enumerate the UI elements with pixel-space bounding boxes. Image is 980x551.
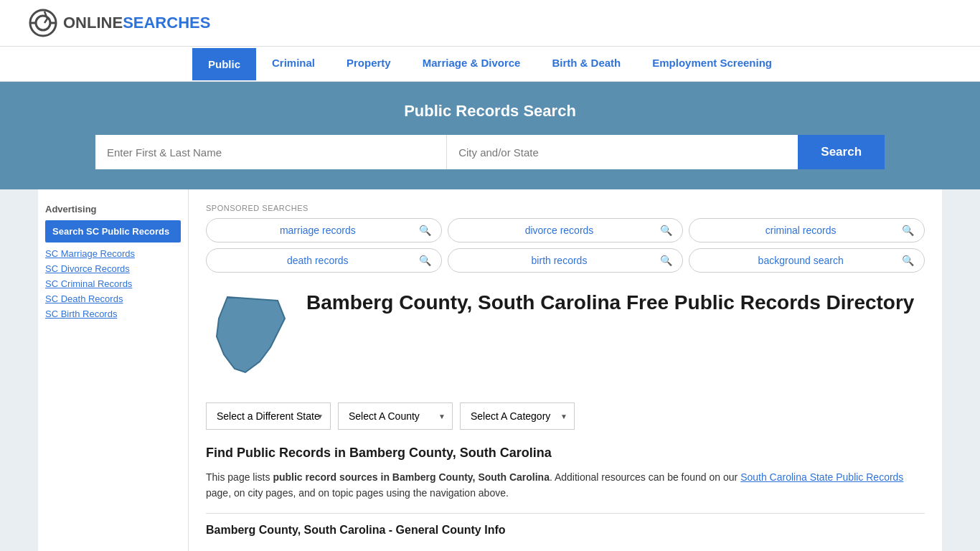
state-dropdown[interactable]: Select a Different State [206,402,331,430]
sidebar-link-marriage[interactable]: SC Marriage Records [45,248,181,259]
sponsored-searches: marriage records 🔍 divorce records 🔍 cri… [206,218,925,273]
search-banner: Public Records Search Search [0,82,980,189]
sponsored-label: SPONSORED SEARCHES [206,204,925,212]
county-dropdown-wrapper: Select A County [338,402,453,430]
site-header: ONLINE SEARCHES [0,0,980,47]
main-wrapper: Advertising Search SC Public Records SC … [38,189,942,551]
search-icon-0: 🔍 [419,225,431,236]
search-banner-title: Public Records Search [29,102,951,121]
nav-birth-death[interactable]: Birth & Death [536,47,636,81]
search-form: Search [95,135,885,169]
search-icon-5: 🔍 [902,255,914,266]
sidebar-ad-banner[interactable]: Search SC Public Records [45,220,181,242]
sidebar-link-death[interactable]: SC Death Records [45,293,181,304]
logo-icon [29,9,57,37]
nav-criminal[interactable]: Criminal [256,47,331,81]
general-info-title: Bamberg County, South Carolina - General… [206,524,925,537]
find-records-description: This page lists public record sources in… [206,469,925,501]
find-desc-link[interactable]: South Carolina State Public Records [740,471,903,483]
category-dropdown-wrapper: Select A Category [460,402,575,430]
find-desc-mid: . Additional resources can be found on o… [550,471,740,483]
category-dropdown[interactable]: Select A Category [460,402,575,430]
sponsored-birth[interactable]: birth records 🔍 [448,248,684,273]
nav-property[interactable]: Property [331,47,407,81]
location-input[interactable] [447,135,798,169]
sidebar-link-criminal[interactable]: SC Criminal Records [45,278,181,289]
search-icon-2: 🔍 [902,225,914,236]
logo-text: ONLINE SEARCHES [63,14,210,32]
find-desc-end: page, on city pages, and on topic pages … [206,487,509,499]
sponsored-death[interactable]: death records 🔍 [206,248,442,273]
search-icon-4: 🔍 [660,255,672,266]
sidebar-ad-title: Advertising [45,204,181,215]
state-map-svg [206,290,292,385]
county-header: Bamberg County, South Carolina Free Publ… [206,290,925,385]
logo-link[interactable]: ONLINE SEARCHES [29,9,210,37]
sidebar: Advertising Search SC Public Records SC … [38,189,189,551]
find-desc-bold: public record sources in Bamberg County,… [273,471,550,483]
sponsored-marriage[interactable]: marriage records 🔍 [206,218,442,242]
main-content: SPONSORED SEARCHES marriage records 🔍 di… [189,189,942,551]
nav-public[interactable]: Public [192,48,256,80]
find-desc-start: This page lists [206,471,273,483]
name-input[interactable] [95,135,447,169]
state-dropdown-wrapper: Select a Different State [206,402,331,430]
sidebar-link-divorce[interactable]: SC Divorce Records [45,263,181,274]
nav-marriage-divorce[interactable]: Marriage & Divorce [407,47,537,81]
county-title: Bamberg County, South Carolina Free Publ… [306,290,914,316]
dropdowns-row: Select a Different State Select A County… [206,402,925,430]
section-divider [206,513,925,514]
sponsored-criminal[interactable]: criminal records 🔍 [689,218,925,242]
main-nav: Public Criminal Property Marriage & Divo… [0,47,980,82]
sidebar-link-birth[interactable]: SC Birth Records [45,309,181,319]
svg-point-1 [36,16,50,30]
nav-employment[interactable]: Employment Screening [636,47,788,81]
search-icon-1: 🔍 [660,225,672,236]
sponsored-background[interactable]: background search 🔍 [689,248,925,273]
search-button[interactable]: Search [798,135,885,169]
find-records-title: Find Public Records in Bamberg County, S… [206,446,925,461]
county-dropdown[interactable]: Select A County [338,402,453,430]
search-icon-3: 🔍 [419,255,431,266]
sponsored-divorce[interactable]: divorce records 🔍 [448,218,684,242]
